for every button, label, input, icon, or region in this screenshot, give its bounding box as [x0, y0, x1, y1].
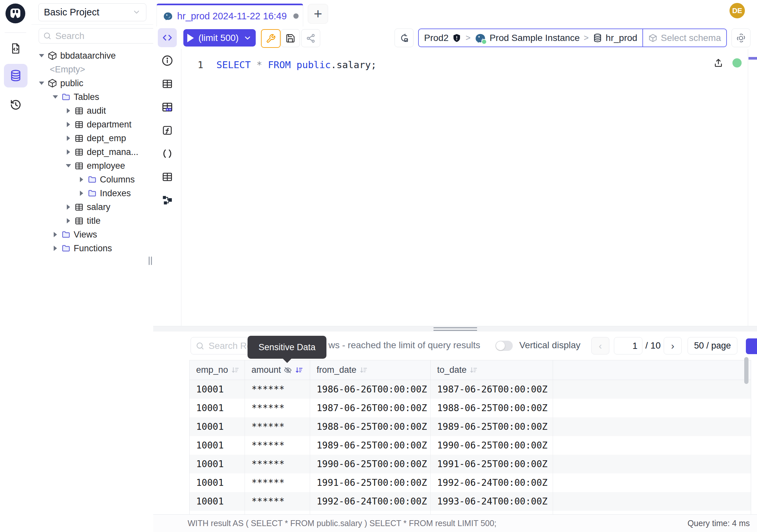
table-icon — [74, 106, 84, 116]
worksheet-button[interactable] — [4, 37, 27, 60]
chevron-right-icon[interactable] — [66, 149, 71, 155]
results-scrollbar-thumb[interactable] — [744, 357, 748, 384]
eye-off-icon — [284, 366, 292, 374]
page-size-select[interactable]: 50 / page — [687, 337, 737, 355]
schema-select[interactable]: Select schema — [643, 29, 726, 47]
chevron-right-icon[interactable] — [66, 108, 71, 113]
column-header-to-date[interactable]: to_date — [431, 360, 553, 380]
masked-table-icon[interactable] — [161, 101, 173, 113]
prev-page-button[interactable]: ‹ — [591, 337, 609, 355]
table-row[interactable]: 10001******1986-06-26T00:00:00Z1987-06-2… — [190, 380, 751, 399]
chevron-down-icon[interactable] — [66, 164, 71, 168]
sort-icon[interactable] — [231, 366, 239, 374]
table-row[interactable]: 10001******1989-06-25T00:00:00Z1990-06-2… — [190, 436, 751, 455]
save-sheet-button[interactable] — [281, 29, 300, 47]
table-row[interactable]: 10001******1991-06-25T00:00:00Z1992-06-2… — [190, 473, 751, 492]
sql-editor[interactable]: 1 SELECT * FROM public.salary; — [182, 49, 757, 326]
chevron-right-icon[interactable] — [66, 122, 71, 127]
editor-scrollbar[interactable] — [748, 49, 757, 326]
chevron-right-icon[interactable] — [52, 232, 58, 237]
tree-item-employee[interactable]: employee — [31, 159, 153, 172]
function-icon[interactable] — [161, 124, 173, 137]
tree-item-indexes[interactable]: Indexes — [31, 186, 153, 200]
sensitive-data-tooltip: Sensitive Data — [248, 336, 326, 359]
chevron-right-icon[interactable] — [78, 177, 84, 182]
sql-code: SELECT * FROM public.salary; — [203, 58, 377, 72]
sidebar-resize-handle[interactable] — [149, 257, 152, 265]
databases-button[interactable] — [4, 64, 27, 87]
tree-item-salary[interactable]: salary — [31, 200, 153, 214]
run-query-button[interactable]: (limit 500) — [183, 29, 256, 47]
chevron-right-icon[interactable] — [66, 204, 71, 210]
table-row[interactable]: 10001******1988-06-25T00:00:00Z1989-06-2… — [190, 417, 751, 436]
tree-item-empty: <Empty> — [31, 63, 153, 76]
breadcrumb-separator: > — [465, 33, 471, 43]
tree-item-dept-emp[interactable]: dept_emp — [31, 131, 153, 145]
info-icon[interactable] — [161, 54, 173, 67]
chevron-right-icon: › — [671, 340, 675, 352]
tree-item-functions[interactable]: Functions — [31, 241, 153, 255]
chevron-right-icon[interactable] — [66, 136, 71, 141]
chevron-right-icon[interactable] — [52, 246, 58, 251]
column-header-from-date[interactable]: from_date — [310, 360, 431, 380]
breadcrumb-connection[interactable]: Prod2 > Prod Sample Instance > — [419, 29, 642, 47]
chevron-right-icon[interactable] — [66, 218, 71, 223]
admin-wrench-button[interactable] — [261, 29, 281, 48]
schema-cube-icon — [648, 33, 657, 43]
column-header-emp-no[interactable]: emp_no — [190, 360, 245, 380]
tab-hr-prod[interactable]: hr_prod 2024-11-22 16:49 — [157, 4, 303, 27]
bytebase-logo[interactable] — [5, 3, 26, 24]
table-info-icon[interactable] — [161, 78, 173, 90]
chevron-down-icon[interactable] — [243, 34, 252, 42]
tree-item-views[interactable]: Views — [31, 228, 153, 241]
chevron-down-icon[interactable] — [52, 95, 58, 99]
table-row[interactable]: 10001******1993-06-24T00:00:00Z1994-06-2… — [190, 511, 751, 514]
table-icon[interactable] — [161, 171, 173, 183]
column-header-amount[interactable]: amount — [245, 360, 310, 380]
chevron-down-icon[interactable] — [39, 54, 45, 57]
user-avatar[interactable]: DE — [730, 3, 745, 18]
tab-bar: hr_prod 2024-11-22 16:49 + DE — [153, 0, 757, 27]
sort-icon[interactable] — [359, 366, 368, 374]
table-row[interactable]: 10001******1990-06-25T00:00:00Z1991-06-2… — [190, 455, 751, 473]
history-button[interactable] — [4, 93, 27, 117]
editor-scrollbar-thumb[interactable] — [748, 57, 757, 60]
tree-item-public[interactable]: public — [31, 76, 153, 90]
share-icon — [306, 33, 316, 43]
export-data-button[interactable] — [746, 338, 757, 354]
vertical-display-toggle[interactable] — [496, 341, 513, 351]
tree-item-tables[interactable]: Tables — [31, 90, 153, 104]
tree-item-audit[interactable]: audit — [31, 104, 153, 118]
sql-editor-app: Basic Project — [0, 0, 757, 532]
tree-item-dept-manager[interactable]: dept_mana... — [31, 145, 153, 159]
sort-icon-active[interactable] — [295, 366, 303, 374]
folder-icon — [61, 92, 71, 102]
tree-item-department[interactable]: department — [31, 118, 153, 131]
next-page-button[interactable]: › — [664, 337, 682, 355]
grip-handle-icon — [434, 327, 477, 331]
upload-sql-icon[interactable] — [713, 58, 724, 68]
parentheses-icon[interactable] — [161, 147, 173, 160]
tree-item-bbdataarchive[interactable]: bbdataarchive — [31, 49, 153, 63]
postgres-icon — [163, 11, 173, 21]
page-number-input[interactable] — [614, 337, 642, 355]
chevron-right-icon[interactable] — [78, 191, 84, 196]
tree-item-title[interactable]: title — [31, 214, 153, 228]
new-tab-button[interactable]: + — [308, 4, 328, 24]
table-row[interactable]: 10001******1987-06-26T00:00:00Z1988-06-2… — [190, 399, 751, 417]
chevron-down-icon[interactable] — [39, 81, 45, 85]
sort-icon[interactable] — [469, 366, 478, 374]
folder-icon — [87, 189, 97, 198]
rail-divider — [5, 32, 26, 33]
sql-panel-toggle-button[interactable] — [158, 28, 177, 47]
tree-item-columns[interactable]: Columns — [31, 172, 153, 186]
project-select[interactable]: Basic Project — [38, 3, 146, 21]
play-icon — [187, 34, 194, 42]
database-stack-icon — [592, 33, 602, 43]
ai-assistant-button[interactable] — [732, 28, 750, 47]
table-row[interactable]: 10001******1992-06-24T00:00:00Z1993-06-2… — [190, 492, 751, 511]
share-sheet-button[interactable] — [301, 29, 320, 47]
table-icon — [74, 216, 84, 226]
connection-chip-button[interactable] — [395, 28, 413, 47]
schema-diagram-icon[interactable] — [161, 194, 173, 206]
